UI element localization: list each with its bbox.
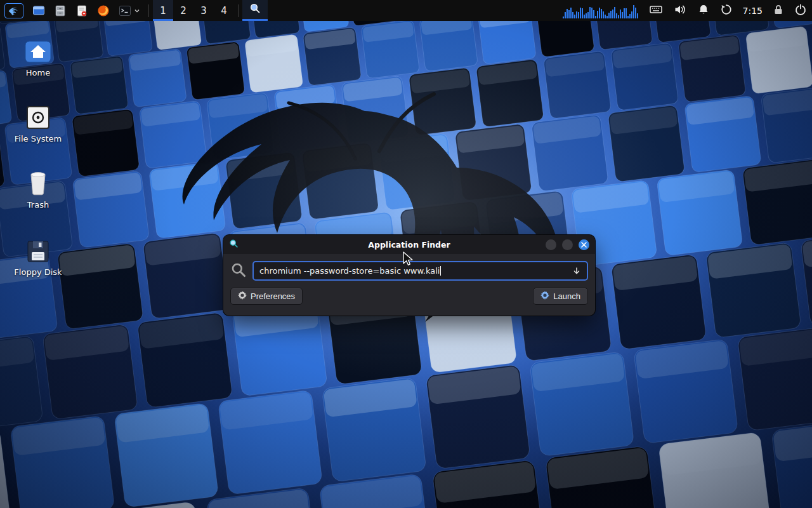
- application-finder-icon: [249, 3, 261, 17]
- logout-button[interactable]: [789, 0, 812, 21]
- bell-icon: [698, 4, 709, 18]
- maximize-button[interactable]: [562, 239, 573, 250]
- file-manager-launcher[interactable]: [28, 0, 49, 21]
- clock-label: 7:15: [743, 6, 763, 16]
- preferences-button-label: Preferences: [251, 291, 295, 301]
- workspace-2[interactable]: 2: [173, 0, 193, 21]
- titlebar[interactable]: Application Finder: [223, 235, 595, 254]
- desktop-icon-label: Trash: [27, 200, 49, 210]
- panel-clock[interactable]: 7:15: [738, 0, 768, 21]
- trash-can-icon: [27, 169, 49, 196]
- firefox-launcher[interactable]: [93, 0, 114, 21]
- desktop: 1 2 3 4: [0, 0, 812, 508]
- keyboard-indicator[interactable]: [644, 0, 668, 21]
- floppy-disk-icon: [27, 236, 49, 263]
- volume-control[interactable]: [668, 0, 692, 21]
- firefox-icon: [97, 4, 110, 17]
- desktop-icon-label: Home: [26, 68, 50, 77]
- workspace-2-label: 2: [180, 5, 187, 17]
- workspace-1[interactable]: 1: [153, 0, 173, 21]
- window-title: Application Finder: [223, 240, 595, 250]
- power-icon: [795, 4, 806, 18]
- text-editor-icon: [75, 4, 88, 17]
- file-cabinet-launcher[interactable]: [49, 0, 71, 21]
- finder-search-row: chromium --password-store=basic www.kali: [223, 254, 595, 281]
- workspace-1-label: 1: [160, 5, 166, 17]
- kali-menu-button[interactable]: [0, 0, 28, 21]
- chevron-down-icon: [134, 8, 140, 14]
- finder-actions-row: Preferences Launch: [223, 281, 595, 305]
- system-monitor-graph[interactable]: [563, 2, 639, 18]
- panel-left-group: 1 2 3 4: [0, 0, 268, 21]
- workspace-4-label: 4: [221, 5, 227, 17]
- workspace-4[interactable]: 4: [214, 0, 234, 21]
- notifications-button[interactable]: [692, 0, 715, 21]
- lock-icon: [773, 4, 783, 18]
- executable-gear-icon: [540, 291, 549, 302]
- launch-button-label: Launch: [553, 291, 580, 301]
- file-manager-icon: [32, 4, 45, 17]
- keyboard-icon: [650, 4, 662, 17]
- desktop-icon-floppy-disk[interactable]: Floppy Disk: [5, 236, 71, 277]
- window-controls: [546, 239, 589, 250]
- top-panel: 1 2 3 4: [0, 0, 812, 21]
- terminal-dropdown-button[interactable]: [133, 0, 145, 21]
- dropdown-arrow-icon[interactable]: [572, 267, 581, 276]
- terminal-icon: [119, 4, 131, 17]
- workspace-3[interactable]: 3: [193, 0, 214, 21]
- close-button[interactable]: [579, 239, 589, 250]
- terminal-launcher[interactable]: [114, 0, 133, 21]
- desktop-icon-file-system[interactable]: File System: [5, 103, 71, 144]
- launch-button[interactable]: Launch: [533, 288, 588, 305]
- close-icon: [581, 242, 587, 248]
- text-editor-launcher[interactable]: [71, 0, 93, 21]
- search-input-value: chromium --password-store=basic www.kali: [259, 266, 440, 276]
- update-circle-icon: [721, 4, 732, 18]
- desktop-icon-label: Floppy Disk: [14, 267, 62, 277]
- search-icon: [230, 262, 247, 281]
- drive-icon: [26, 103, 50, 130]
- kali-logo-icon: [4, 3, 23, 18]
- workspace-3-label: 3: [200, 5, 207, 17]
- preferences-button[interactable]: Preferences: [230, 288, 303, 305]
- desktop-icon-home[interactable]: Home: [5, 37, 71, 77]
- home-folder-icon: [25, 37, 51, 64]
- taskbar-application-finder-button[interactable]: [242, 0, 268, 21]
- search-input[interactable]: chromium --password-store=basic www.kali: [252, 261, 588, 281]
- lock-screen-button[interactable]: [768, 0, 789, 21]
- minimize-button[interactable]: [546, 239, 556, 250]
- desktop-icon-trash[interactable]: Trash: [5, 169, 71, 210]
- update-indicator[interactable]: [715, 0, 738, 21]
- panel-tray-group: 7:15: [563, 0, 812, 21]
- application-finder-window: Application Finder chromium --password-s…: [223, 235, 595, 316]
- desktop-icon-label: File System: [15, 134, 62, 144]
- file-cabinet-icon: [54, 4, 67, 17]
- volume-icon: [674, 4, 686, 18]
- text-caret: [440, 266, 441, 276]
- panel-separator: [148, 4, 149, 17]
- gear-icon: [238, 291, 247, 302]
- panel-separator: [238, 4, 239, 17]
- window-finder-icon: [229, 239, 239, 251]
